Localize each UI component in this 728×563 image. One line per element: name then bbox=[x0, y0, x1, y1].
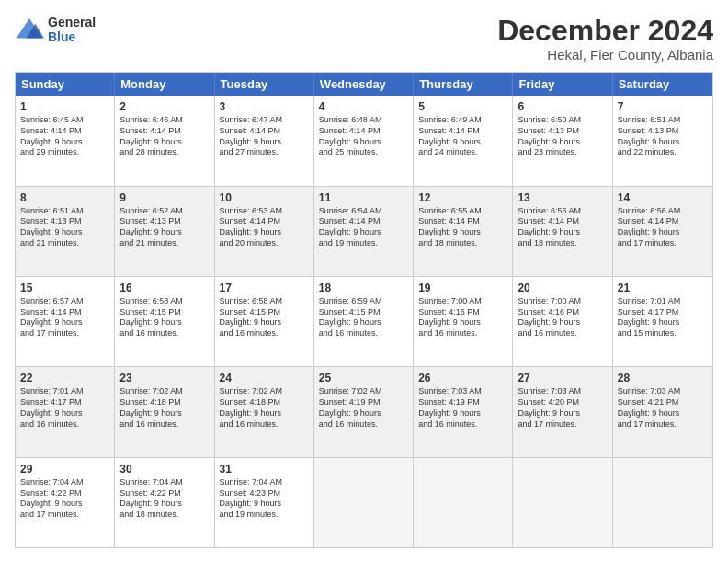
calendar-cell: 8Sunrise: 6:51 AMSunset: 4:13 PMDaylight… bbox=[16, 187, 115, 276]
header-day-sunday: Sunday bbox=[16, 73, 115, 96]
cell-info: Sunrise: 6:55 AMSunset: 4:14 PMDaylight:… bbox=[418, 206, 507, 249]
day-number: 14 bbox=[618, 190, 708, 205]
cell-info: Sunrise: 7:04 AMSunset: 4:22 PMDaylight:… bbox=[119, 477, 209, 521]
cell-info: Sunrise: 6:57 AMSunset: 4:14 PMDaylight:… bbox=[20, 296, 109, 339]
calendar-cell bbox=[414, 458, 513, 547]
calendar-cell: 5Sunrise: 6:49 AMSunset: 4:14 PMDaylight… bbox=[414, 96, 513, 185]
day-number: 6 bbox=[518, 99, 607, 114]
cell-info: Sunrise: 6:45 AMSunset: 4:14 PMDaylight:… bbox=[20, 115, 109, 158]
day-number: 31 bbox=[220, 462, 309, 477]
header: General Blue December 2024 Hekal, Fier C… bbox=[15, 15, 713, 63]
calendar-cell bbox=[613, 458, 712, 547]
calendar-cell: 27Sunrise: 7:03 AMSunset: 4:20 PMDayligh… bbox=[513, 367, 612, 456]
calendar-cell: 11Sunrise: 6:54 AMSunset: 4:14 PMDayligh… bbox=[314, 187, 414, 276]
cell-info: Sunrise: 6:50 AMSunset: 4:13 PMDaylight:… bbox=[518, 115, 607, 158]
day-number: 29 bbox=[20, 462, 109, 477]
cell-info: Sunrise: 7:00 AMSunset: 4:16 PMDaylight:… bbox=[418, 296, 507, 339]
day-number: 3 bbox=[220, 99, 309, 114]
calendar-cell: 4Sunrise: 6:48 AMSunset: 4:14 PMDaylight… bbox=[314, 96, 414, 185]
cell-info: Sunrise: 7:03 AMSunset: 4:20 PMDaylight:… bbox=[518, 386, 607, 430]
day-number: 17 bbox=[220, 281, 309, 295]
day-number: 20 bbox=[518, 281, 607, 295]
calendar-cell: 3Sunrise: 6:47 AMSunset: 4:14 PMDaylight… bbox=[215, 96, 314, 185]
calendar-cell: 30Sunrise: 7:04 AMSunset: 4:22 PMDayligh… bbox=[115, 458, 214, 547]
cell-info: Sunrise: 6:52 AMSunset: 4:13 PMDaylight:… bbox=[119, 206, 209, 249]
calendar-cell: 6Sunrise: 6:50 AMSunset: 4:13 PMDaylight… bbox=[513, 96, 612, 185]
page: General Blue December 2024 Hekal, Fier C… bbox=[0, 0, 728, 563]
calendar-cell: 9Sunrise: 6:52 AMSunset: 4:13 PMDaylight… bbox=[115, 187, 214, 276]
cell-info: Sunrise: 6:51 AMSunset: 4:13 PMDaylight:… bbox=[20, 206, 109, 249]
day-number: 27 bbox=[518, 371, 607, 385]
header-day-wednesday: Wednesday bbox=[314, 73, 414, 96]
calendar-header: SundayMondayTuesdayWednesdayThursdayFrid… bbox=[16, 73, 712, 96]
cell-info: Sunrise: 7:04 AMSunset: 4:23 PMDaylight:… bbox=[220, 477, 309, 521]
calendar-cell: 16Sunrise: 6:58 AMSunset: 4:15 PMDayligh… bbox=[115, 277, 214, 366]
day-number: 4 bbox=[319, 99, 408, 114]
calendar-cell: 7Sunrise: 6:51 AMSunset: 4:13 PMDaylight… bbox=[613, 96, 712, 185]
logo-icon bbox=[15, 15, 44, 44]
cell-info: Sunrise: 6:46 AMSunset: 4:14 PMDaylight:… bbox=[119, 115, 209, 158]
calendar-row: 22Sunrise: 7:01 AMSunset: 4:17 PMDayligh… bbox=[16, 366, 712, 456]
cell-info: Sunrise: 7:02 AMSunset: 4:18 PMDaylight:… bbox=[119, 386, 209, 430]
calendar-row: 15Sunrise: 6:57 AMSunset: 4:14 PMDayligh… bbox=[16, 276, 712, 366]
cell-info: Sunrise: 6:53 AMSunset: 4:14 PMDaylight:… bbox=[220, 206, 309, 249]
day-number: 21 bbox=[618, 281, 708, 295]
day-number: 5 bbox=[418, 99, 507, 114]
calendar-cell: 28Sunrise: 7:03 AMSunset: 4:21 PMDayligh… bbox=[613, 367, 712, 456]
day-number: 16 bbox=[119, 281, 209, 295]
calendar-cell: 2Sunrise: 6:46 AMSunset: 4:14 PMDaylight… bbox=[115, 96, 214, 185]
day-number: 30 bbox=[119, 462, 209, 477]
day-number: 25 bbox=[319, 371, 408, 385]
header-day-tuesday: Tuesday bbox=[215, 73, 314, 96]
calendar-cell: 13Sunrise: 6:56 AMSunset: 4:14 PMDayligh… bbox=[513, 187, 612, 276]
day-number: 7 bbox=[618, 99, 708, 114]
day-number: 1 bbox=[20, 99, 109, 114]
calendar-cell: 12Sunrise: 6:55 AMSunset: 4:14 PMDayligh… bbox=[414, 187, 513, 276]
day-number: 2 bbox=[119, 99, 209, 114]
header-day-thursday: Thursday bbox=[414, 73, 513, 96]
logo-general: General bbox=[48, 15, 96, 29]
calendar-cell bbox=[314, 458, 414, 547]
cell-info: Sunrise: 6:51 AMSunset: 4:13 PMDaylight:… bbox=[618, 115, 708, 158]
calendar-row: 29Sunrise: 7:04 AMSunset: 4:22 PMDayligh… bbox=[16, 457, 712, 547]
day-number: 18 bbox=[319, 281, 408, 295]
cell-info: Sunrise: 7:02 AMSunset: 4:19 PMDaylight:… bbox=[319, 386, 408, 430]
day-number: 22 bbox=[20, 371, 109, 385]
cell-info: Sunrise: 7:00 AMSunset: 4:16 PMDaylight:… bbox=[518, 296, 607, 339]
calendar-cell: 20Sunrise: 7:00 AMSunset: 4:16 PMDayligh… bbox=[513, 277, 612, 366]
cell-info: Sunrise: 7:02 AMSunset: 4:18 PMDaylight:… bbox=[220, 386, 309, 430]
calendar-cell: 31Sunrise: 7:04 AMSunset: 4:23 PMDayligh… bbox=[215, 458, 314, 547]
cell-info: Sunrise: 6:59 AMSunset: 4:15 PMDaylight:… bbox=[319, 296, 408, 339]
logo: General Blue bbox=[15, 15, 96, 44]
cell-info: Sunrise: 7:04 AMSunset: 4:22 PMDaylight:… bbox=[20, 477, 109, 521]
calendar-cell: 10Sunrise: 6:53 AMSunset: 4:14 PMDayligh… bbox=[215, 187, 314, 276]
calendar-row: 1Sunrise: 6:45 AMSunset: 4:14 PMDaylight… bbox=[16, 96, 712, 185]
calendar-cell: 18Sunrise: 6:59 AMSunset: 4:15 PMDayligh… bbox=[314, 277, 414, 366]
cell-info: Sunrise: 7:03 AMSunset: 4:19 PMDaylight:… bbox=[418, 386, 507, 430]
cell-info: Sunrise: 6:58 AMSunset: 4:15 PMDaylight:… bbox=[119, 296, 209, 339]
day-number: 15 bbox=[20, 281, 109, 295]
cell-info: Sunrise: 6:54 AMSunset: 4:14 PMDaylight:… bbox=[319, 206, 408, 249]
subtitle: Hekal, Fier County, Albania bbox=[497, 47, 713, 63]
calendar-body: 1Sunrise: 6:45 AMSunset: 4:14 PMDaylight… bbox=[16, 96, 712, 547]
calendar-row: 8Sunrise: 6:51 AMSunset: 4:13 PMDaylight… bbox=[16, 186, 712, 276]
day-number: 28 bbox=[618, 371, 708, 385]
calendar-cell: 14Sunrise: 6:56 AMSunset: 4:14 PMDayligh… bbox=[613, 187, 712, 276]
day-number: 23 bbox=[119, 371, 209, 385]
calendar-cell: 22Sunrise: 7:01 AMSunset: 4:17 PMDayligh… bbox=[16, 367, 115, 456]
day-number: 8 bbox=[20, 190, 109, 205]
logo-blue: Blue bbox=[48, 29, 96, 44]
calendar-cell: 26Sunrise: 7:03 AMSunset: 4:19 PMDayligh… bbox=[414, 367, 513, 456]
calendar-cell: 19Sunrise: 7:00 AMSunset: 4:16 PMDayligh… bbox=[414, 277, 513, 366]
cell-info: Sunrise: 6:47 AMSunset: 4:14 PMDaylight:… bbox=[220, 115, 309, 158]
cell-info: Sunrise: 7:01 AMSunset: 4:17 PMDaylight:… bbox=[20, 386, 109, 430]
cell-info: Sunrise: 6:56 AMSunset: 4:14 PMDaylight:… bbox=[518, 206, 607, 249]
day-number: 9 bbox=[119, 190, 209, 205]
main-title: December 2024 bbox=[497, 15, 713, 47]
calendar-cell: 29Sunrise: 7:04 AMSunset: 4:22 PMDayligh… bbox=[16, 458, 115, 547]
day-number: 12 bbox=[418, 190, 507, 205]
header-day-friday: Friday bbox=[513, 73, 612, 96]
calendar-cell: 23Sunrise: 7:02 AMSunset: 4:18 PMDayligh… bbox=[115, 367, 214, 456]
day-number: 11 bbox=[319, 190, 408, 205]
title-block: December 2024 Hekal, Fier County, Albani… bbox=[497, 15, 713, 63]
